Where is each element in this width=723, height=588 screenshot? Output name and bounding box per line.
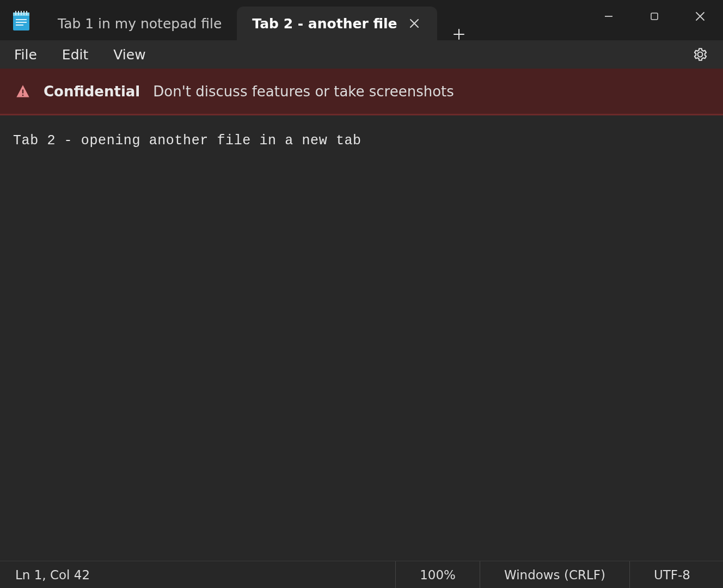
text-editor[interactable]: Tab 2 - opening another file in a new ta…	[0, 115, 723, 561]
tab-2[interactable]: Tab 2 - another file	[237, 7, 437, 40]
window-controls	[586, 0, 723, 40]
svg-rect-12	[22, 94, 23, 95]
svg-rect-2	[15, 11, 16, 15]
new-tab-button[interactable]	[443, 28, 475, 40]
svg-rect-7	[16, 19, 27, 20]
svg-rect-8	[16, 22, 27, 23]
status-zoom[interactable]: 100%	[395, 561, 480, 588]
status-cursor-position[interactable]: Ln 1, Col 42	[0, 568, 395, 582]
svg-rect-6	[26, 11, 27, 15]
editor-content: Tab 2 - opening another file in a new ta…	[13, 133, 362, 149]
settings-gear-icon[interactable]	[689, 44, 711, 65]
menu-file[interactable]: File	[10, 45, 41, 65]
banner-message: Don't discuss features or take screensho…	[153, 83, 454, 100]
menu-edit[interactable]: Edit	[58, 45, 93, 65]
status-line-endings[interactable]: Windows (CRLF)	[480, 561, 629, 588]
app-icon-wrap	[0, 0, 42, 40]
minimize-button[interactable]	[586, 4, 632, 28]
tab-strip: Tab 1 in my notepad file Tab 2 - another…	[42, 0, 475, 40]
svg-rect-10	[651, 13, 658, 20]
statusbar: Ln 1, Col 42 100% Windows (CRLF) UTF-8	[0, 561, 723, 588]
maximize-button[interactable]	[632, 4, 677, 28]
titlebar: Tab 1 in my notepad file Tab 2 - another…	[0, 0, 723, 40]
svg-rect-5	[23, 11, 24, 15]
menu-view[interactable]: View	[109, 45, 150, 65]
menubar: File Edit View	[0, 40, 723, 69]
warning-icon	[15, 84, 30, 99]
svg-rect-4	[21, 11, 22, 15]
notepad-app-icon	[13, 11, 29, 29]
close-tab-icon[interactable]	[407, 16, 422, 31]
close-window-button[interactable]	[677, 4, 723, 28]
banner-title: Confidential	[44, 83, 140, 100]
confidential-banner: Confidential Don't discuss features or t…	[0, 69, 723, 115]
svg-rect-11	[22, 89, 23, 93]
svg-rect-3	[18, 11, 19, 15]
tab-label: Tab 2 - another file	[252, 16, 397, 32]
status-encoding[interactable]: UTF-8	[629, 561, 723, 588]
tab-label: Tab 1 in my notepad file	[58, 16, 222, 32]
svg-rect-9	[16, 24, 23, 26]
tab-1[interactable]: Tab 1 in my notepad file	[42, 7, 237, 40]
